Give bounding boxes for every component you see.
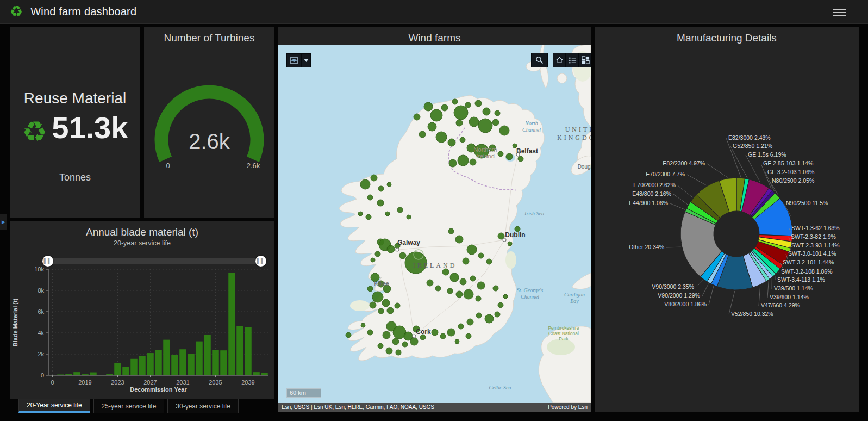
wind-farm-marker[interactable] — [465, 102, 471, 108]
wind-farm-marker[interactable] — [392, 338, 399, 345]
wind-farm-marker[interactable] — [452, 99, 458, 104]
wind-farm-marker[interactable] — [460, 278, 466, 285]
wind-farm-marker[interactable] — [475, 100, 482, 107]
bar-2026[interactable] — [139, 356, 146, 375]
slider-handle-right[interactable]: ▌▌ — [255, 256, 266, 267]
wind-farm-marker[interactable] — [470, 159, 476, 165]
wind-farm-marker[interactable] — [395, 303, 400, 308]
wind-farm-marker[interactable] — [518, 156, 523, 162]
wind-farm-marker[interactable] — [478, 253, 484, 258]
wind-farm-marker[interactable] — [385, 212, 390, 216]
wind-farm-marker[interactable] — [424, 102, 433, 111]
slider-handle-left[interactable]: ▌▌ — [42, 256, 53, 267]
wind-farm-marker[interactable] — [458, 324, 464, 329]
bar-2034[interactable] — [204, 335, 211, 375]
wind-farm-marker[interactable] — [493, 286, 498, 291]
bar-2017[interactable] — [65, 374, 72, 375]
bar-2020[interactable] — [90, 373, 97, 375]
wind-farm-marker[interactable] — [478, 119, 492, 133]
bar-2018[interactable] — [73, 372, 80, 375]
wind-farm-marker[interactable] — [508, 242, 512, 246]
bar-2021[interactable] — [98, 375, 105, 375]
bar-2036[interactable] — [220, 350, 227, 375]
wind-farm-marker[interactable] — [371, 258, 375, 262]
wind-farm-marker[interactable] — [387, 307, 394, 314]
bar-2035[interactable] — [212, 350, 219, 375]
wind-farm-marker[interactable] — [440, 333, 446, 339]
bar-2041[interactable] — [261, 373, 268, 375]
bar-2038[interactable] — [236, 326, 243, 375]
wind-farm-marker[interactable] — [469, 117, 479, 127]
tab-25-year-service-life[interactable]: 25-year service life — [93, 399, 165, 413]
wind-farm-marker[interactable] — [464, 289, 473, 299]
basemap-caret-button[interactable] — [302, 53, 311, 67]
wind-farm-marker[interactable] — [456, 120, 463, 126]
bar-2032[interactable] — [188, 354, 195, 375]
wind-farm-marker[interactable] — [375, 251, 380, 257]
wind-farm-marker[interactable] — [366, 214, 371, 220]
wind-farm-marker[interactable] — [367, 286, 373, 292]
wind-farm-marker[interactable] — [361, 323, 365, 327]
map-search-button[interactable] — [531, 53, 548, 67]
wind-farm-marker[interactable] — [377, 200, 384, 206]
bar-2023[interactable] — [114, 363, 121, 375]
wind-farm-marker[interactable] — [414, 114, 420, 120]
wind-farm-marker[interactable] — [397, 207, 403, 213]
wind-farm-marker[interactable] — [387, 182, 391, 187]
bar-2040[interactable] — [253, 372, 260, 375]
tab-20-year-service-life[interactable]: 20-Year service life — [18, 399, 90, 413]
bar-2037[interactable] — [228, 273, 235, 375]
wind-farm-marker[interactable] — [427, 280, 433, 286]
wind-farm-marker[interactable] — [367, 330, 373, 335]
wind-farm-marker[interactable] — [476, 313, 482, 318]
bar-2016[interactable] — [57, 374, 64, 375]
bar-2029[interactable] — [163, 340, 170, 375]
wind-farm-marker[interactable] — [442, 269, 449, 275]
wind-farm-marker[interactable] — [448, 228, 454, 234]
basemap-layers-button[interactable] — [286, 53, 302, 67]
map-viewport[interactable]: NorthChannelUNITEDKINGDOMGlasgowNorthern… — [278, 45, 591, 403]
wind-farm-marker[interactable] — [447, 288, 453, 294]
wind-farm-marker[interactable] — [495, 110, 500, 116]
wind-farm-marker[interactable] — [367, 195, 373, 200]
wind-farm-marker[interactable] — [399, 252, 406, 259]
wind-farm-marker[interactable] — [466, 333, 471, 339]
wind-farm-marker[interactable] — [435, 286, 441, 291]
bar-2031[interactable] — [179, 349, 186, 375]
wind-farm-marker[interactable] — [467, 319, 473, 325]
bar-2027[interactable] — [147, 353, 154, 375]
hamburger-menu-button[interactable] — [833, 7, 846, 17]
wind-farm-marker[interactable] — [470, 276, 476, 281]
wind-farm-marker[interactable] — [436, 132, 447, 143]
wind-farm-marker[interactable] — [346, 332, 351, 338]
bar-2024[interactable] — [122, 367, 129, 375]
wind-farm-marker[interactable] — [450, 273, 459, 282]
wind-farm-marker[interactable] — [454, 106, 468, 120]
wind-farm-marker[interactable] — [495, 312, 500, 317]
wind-farm-marker[interactable] — [456, 291, 463, 298]
wind-farm-marker[interactable] — [371, 175, 377, 181]
wind-farm-marker[interactable] — [378, 186, 384, 191]
bar-2025[interactable] — [130, 359, 138, 375]
wind-farm-marker[interactable] — [498, 151, 503, 157]
wind-farm-marker[interactable] — [460, 137, 465, 143]
bar-2039[interactable] — [245, 327, 252, 375]
wind-farm-marker[interactable] — [358, 212, 363, 216]
bar-2019[interactable] — [82, 374, 89, 375]
bar-2033[interactable] — [196, 342, 203, 375]
wind-farm-marker[interactable] — [407, 215, 411, 219]
wind-farm-marker[interactable] — [360, 179, 370, 189]
year-range-slider[interactable]: ▌▌ ▌▌ — [48, 258, 261, 264]
wind-farm-marker[interactable] — [498, 302, 503, 308]
wind-farm-marker[interactable] — [486, 259, 492, 264]
wind-farm-marker[interactable] — [441, 104, 448, 111]
wind-farm-marker[interactable] — [455, 339, 459, 344]
wind-farm-marker[interactable] — [485, 314, 494, 323]
wind-farm-marker[interactable] — [378, 308, 384, 314]
wind-farm-marker[interactable] — [483, 108, 490, 115]
wind-farm-marker[interactable] — [370, 302, 376, 308]
wind-farm-marker[interactable] — [463, 258, 469, 264]
map-basemap-gallery-button[interactable] — [579, 53, 591, 67]
wind-farm-marker[interactable] — [396, 350, 401, 355]
wind-farm-marker[interactable] — [419, 131, 426, 138]
